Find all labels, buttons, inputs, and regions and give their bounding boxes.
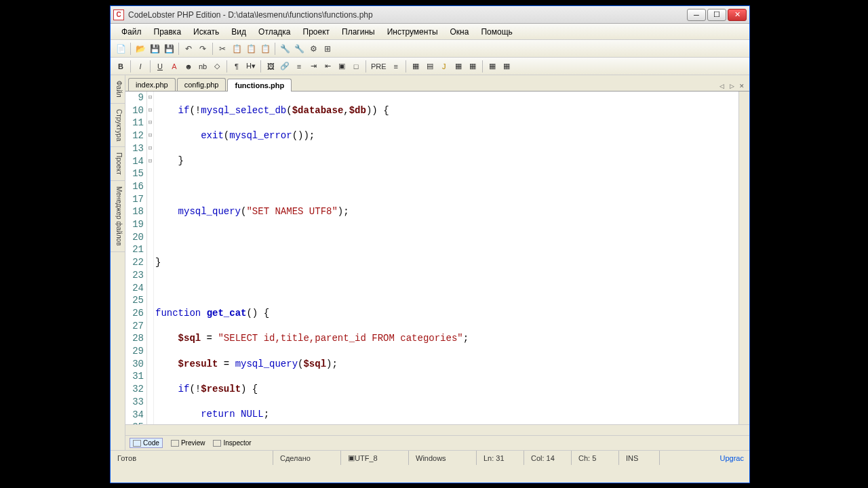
tool-b-icon[interactable]: 🔧 <box>293 43 305 55</box>
tab-config[interactable]: config.php <box>177 78 226 91</box>
status-col: Col: 14 <box>524 451 572 465</box>
cut-icon[interactable]: ✂ <box>216 43 229 55</box>
bold-icon[interactable]: B <box>115 60 127 73</box>
tab-index[interactable]: index.php <box>128 78 176 91</box>
new-file-icon[interactable]: 📄 <box>115 43 127 55</box>
tool-a-icon[interactable]: 🔧 <box>279 43 291 55</box>
para-icon[interactable]: ¶ <box>231 60 243 73</box>
sidetab-project[interactable]: Проект <box>111 147 125 181</box>
toolbar-main: 📄 📂 💾 💾 ↶ ↷ ✂ 📋 📋 📋 🔧 🔧 ⚙ ⊞ <box>111 40 749 58</box>
preview-icon <box>171 440 179 447</box>
sidetab-structure[interactable]: Структура <box>111 104 125 147</box>
heading-icon[interactable]: H▾ <box>245 60 257 73</box>
undo-icon[interactable]: ↶ <box>182 43 195 55</box>
status-upgrade[interactable]: Upgrac <box>713 451 749 465</box>
misc-b-icon[interactable]: ▦ <box>500 60 513 73</box>
status-ch: Ch: 5 <box>572 451 619 465</box>
italic-icon[interactable]: I <box>134 60 146 73</box>
save-all-icon[interactable]: 💾 <box>163 43 175 55</box>
maximize-button[interactable]: ☐ <box>707 9 726 21</box>
menu-debug[interactable]: Отладка <box>253 26 296 38</box>
nb-icon[interactable]: nb <box>197 60 209 73</box>
image-icon[interactable]: 🖼 <box>264 60 277 73</box>
close-button[interactable]: ✕ <box>728 9 747 21</box>
css-icon[interactable]: ▦ <box>452 60 465 73</box>
vertical-scrollbar[interactable] <box>738 92 749 424</box>
db-icon[interactable]: ▦ <box>467 60 479 73</box>
indent-icon[interactable]: ⇥ <box>307 60 319 73</box>
emoji-icon[interactable]: ☻ <box>182 60 195 73</box>
save-icon[interactable]: 💾 <box>149 43 161 55</box>
code-icon <box>133 440 141 447</box>
menu-view[interactable]: Вид <box>226 26 252 38</box>
link-icon[interactable]: 🔗 <box>279 60 291 73</box>
pre-icon[interactable]: PRE <box>370 60 388 73</box>
paste2-icon[interactable]: 📋 <box>259 43 271 55</box>
fold-gutter[interactable]: ⊟⊟⊟⊟⊟⊟ <box>147 92 154 424</box>
sidetab-file[interactable]: Файл <box>111 75 125 104</box>
copy-icon[interactable]: 📋 <box>231 43 243 55</box>
special-icon[interactable]: ◇ <box>211 60 223 73</box>
view-tabs: Code Preview Inspector <box>125 435 749 450</box>
horizontal-scrollbar[interactable] <box>125 424 749 435</box>
tool-d-icon[interactable]: ⊞ <box>321 43 334 55</box>
status-ready: Готов <box>111 451 273 465</box>
menubar: Файл Правка Искать Вид Отладка Проект Пл… <box>111 24 749 40</box>
underline-icon[interactable]: U <box>154 60 166 73</box>
tab-close-icon[interactable]: ✕ <box>737 81 747 91</box>
viewtab-inspector[interactable]: Inspector <box>213 439 251 447</box>
menu-search[interactable]: Искать <box>188 26 224 38</box>
sidetab-filemgr[interactable]: Менеджер файлов <box>111 181 125 252</box>
menu-edit[interactable]: Правка <box>149 26 187 38</box>
app-window: C CodeLobster PHP Edition - D:\data\lesm… <box>110 5 750 483</box>
table-icon[interactable]: ▦ <box>410 60 422 73</box>
center-icon[interactable]: ▣ <box>336 60 348 73</box>
tab-next-icon[interactable]: ▷ <box>727 81 736 91</box>
window-title: CodeLobster PHP Edition - D:\data\lesmen… <box>128 10 687 20</box>
viewtab-preview[interactable]: Preview <box>171 439 205 447</box>
titlebar[interactable]: C CodeLobster PHP Edition - D:\data\lesm… <box>111 6 749 24</box>
editor-tabs: index.php config.php functions.php ◁ ▷ ✕ <box>125 75 749 92</box>
open-icon[interactable]: 📂 <box>134 43 146 55</box>
redo-icon[interactable]: ↷ <box>197 43 209 55</box>
status-done: Сделано <box>273 451 341 465</box>
status-line: Ln: 31 <box>477 451 524 465</box>
status-ins[interactable]: INS <box>619 451 660 465</box>
font-color-icon[interactable]: A <box>168 60 180 73</box>
sidebar: Файл Структура Проект Менеджер файлов <box>111 75 125 450</box>
menu-project[interactable]: Проект <box>298 26 336 38</box>
line-gutter: 9101112131415161718192021222324252627282… <box>125 92 147 424</box>
cell-icon[interactable]: ▤ <box>424 60 436 73</box>
tab-prev-icon[interactable]: ◁ <box>717 81 726 91</box>
inspector-icon <box>213 440 221 447</box>
minimize-button[interactable]: ─ <box>687 9 706 21</box>
menu-tools[interactable]: Инструменты <box>382 26 443 38</box>
outdent-icon[interactable]: ⇤ <box>321 60 334 73</box>
statusbar: Готов Сделано ▣ UTF_8 Windows Ln: 31 Col… <box>111 450 749 465</box>
misc-a-icon[interactable]: ▦ <box>486 60 498 73</box>
border-icon[interactable]: □ <box>350 60 362 73</box>
app-icon: C <box>113 9 124 20</box>
code-editor[interactable]: 9101112131415161718192021222324252627282… <box>125 92 749 424</box>
ol-icon[interactable]: ≡ <box>390 60 402 73</box>
viewtab-code[interactable]: Code <box>130 438 163 448</box>
js-icon[interactable]: J <box>438 60 450 73</box>
tool-c-icon[interactable]: ⚙ <box>307 43 319 55</box>
paste-icon[interactable]: 📋 <box>245 43 257 55</box>
toolbar-format: B I U A ☻ nb ◇ ¶ H▾ 🖼 🔗 ≡ ⇥ ⇤ ▣ □ PRE ≡ … <box>111 58 749 75</box>
menu-windows[interactable]: Окна <box>445 26 475 38</box>
tab-functions[interactable]: functions.php <box>227 79 292 92</box>
hr-icon[interactable]: ≡ <box>293 60 305 73</box>
status-encoding[interactable]: ▣ UTF_8 <box>341 451 409 465</box>
menu-help[interactable]: Помощь <box>475 26 517 38</box>
menu-file[interactable]: Файл <box>116 26 147 38</box>
status-eol[interactable]: Windows <box>409 451 477 465</box>
menu-plugins[interactable]: Плагины <box>336 26 380 38</box>
